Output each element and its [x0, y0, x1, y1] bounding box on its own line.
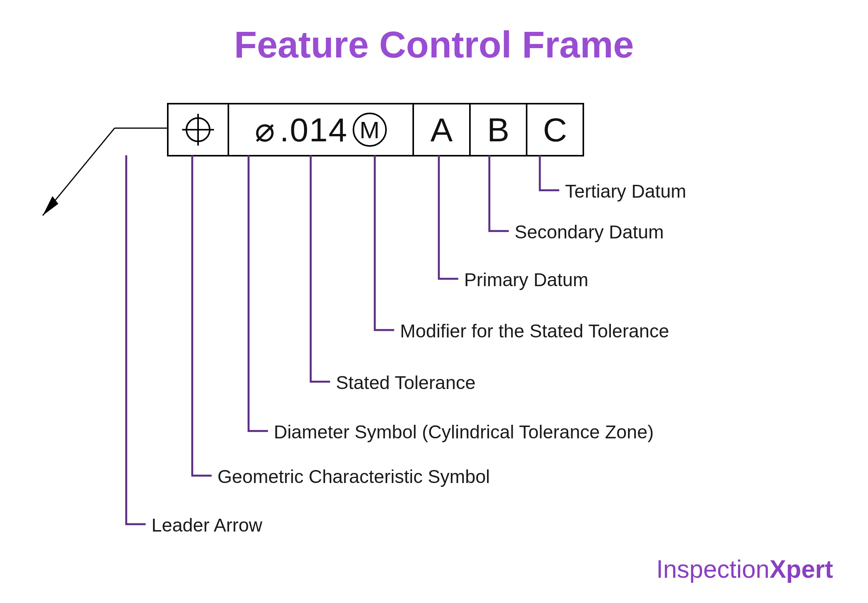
tolerance-value: .014	[280, 111, 348, 149]
diameter-icon: ⌀	[255, 110, 275, 149]
callout-tertiary-datum: Tertiary Datum	[565, 181, 686, 202]
diagram-title: Feature Control Frame	[0, 23, 868, 66]
callout-primary-datum: Primary Datum	[464, 269, 588, 290]
callout-diameter-symbol: Diameter Symbol (Cylindrical Tolerance Z…	[274, 421, 654, 443]
primary-datum-cell: A	[414, 104, 471, 155]
callout-stated-tolerance: Stated Tolerance	[336, 372, 475, 393]
feature-control-frame: ⌀ .014 M A B C	[167, 103, 584, 156]
brand-logo: InspectionXpert	[656, 555, 833, 584]
leader-arrow	[31, 116, 171, 233]
tertiary-datum-cell: C	[527, 104, 583, 155]
callout-secondary-datum: Secondary Datum	[515, 221, 664, 243]
true-position-icon	[181, 112, 216, 147]
callout-leader-arrow: Leader Arrow	[151, 514, 263, 536]
callout-lines	[0, 0, 868, 603]
callout-modifier: Modifier for the Stated Tolerance	[400, 320, 669, 342]
material-condition-modifier: M	[353, 113, 387, 147]
callout-geometric-characteristic: Geometric Characteristic Symbol	[217, 466, 490, 487]
secondary-datum-cell: B	[471, 104, 527, 155]
geometric-characteristic-cell	[169, 104, 229, 155]
logo-part1: Inspection	[656, 555, 770, 583]
logo-part2: Xpert	[769, 555, 833, 583]
tolerance-cell: ⌀ .014 M	[229, 104, 414, 155]
